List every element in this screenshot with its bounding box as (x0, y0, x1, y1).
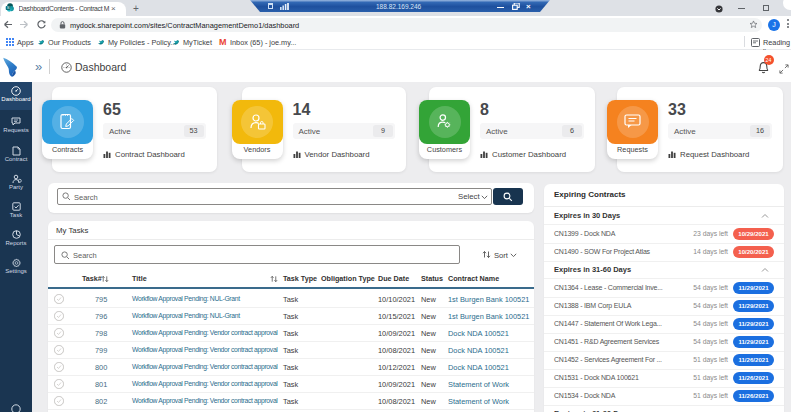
svg-text:S: S (7, 5, 10, 10)
